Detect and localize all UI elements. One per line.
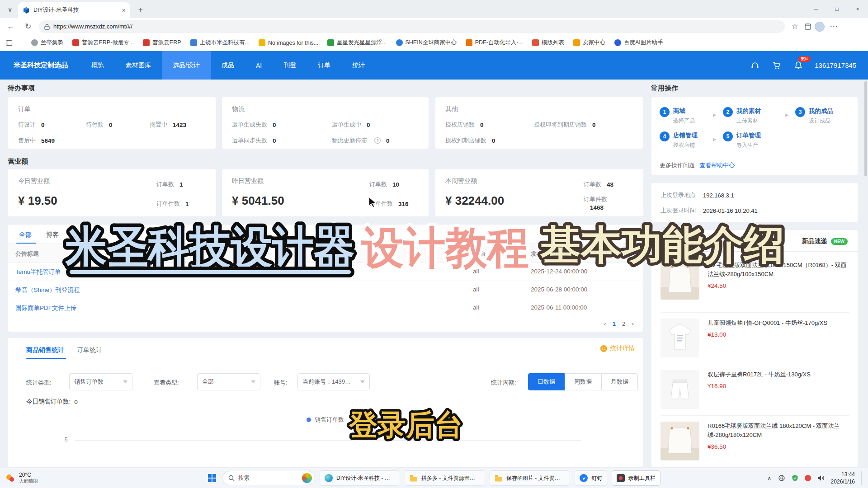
refresh-icon[interactable]: ↻ [22,20,34,33]
taskbar-app-explorer-pictures[interactable]: 保存的图片 - 文件资源管理器 [490,470,570,486]
tray-app-icon[interactable] [805,475,811,481]
help-icon[interactable]: ? [374,137,381,144]
stat[interactable]: 授权到期店铺数0 [445,136,495,145]
profile-avatar[interactable] [815,22,825,32]
tray-globe-icon[interactable] [778,474,785,482]
bookmark-item[interactable]: 百度AI图片助手 [614,39,663,47]
start-button[interactable] [208,474,216,482]
bookmark-item[interactable]: SHEIN全球商家中心 [396,39,457,47]
prev-page-icon[interactable]: ‹ [604,320,606,327]
product-item[interactable]: 儿童圆领短袖T恤-GFQ0001 - 牛奶丝-170g/XS ¥13.00 [660,319,848,357]
next-page-icon[interactable]: › [632,320,634,327]
stat[interactable]: 待设计0 [18,121,45,129]
announcement-link[interactable]: 国际面单PDF文件上传 [15,304,76,312]
sidebar-panel-icon[interactable] [5,39,13,47]
nav-item-material-library[interactable]: 素材图库 [115,51,162,80]
product-item[interactable]: 双层裤子里裤R0172L - 牛奶丝-130g/XS ¥16.90 [660,370,848,409]
taskbar-search[interactable]: 搜索 [222,471,315,485]
nav-item-ai[interactable]: AI [245,51,273,80]
page-1[interactable]: 1 [612,320,616,327]
announcement-link[interactable]: 希音（Shine）刊登流程 [15,286,80,294]
tab-blog[interactable]: 博客 [46,231,59,239]
stat[interactable]: 运单生成中0 [332,121,370,129]
app-brand[interactable]: 米圣科技定制选品 [14,61,68,70]
period-day[interactable]: 日数据 [528,373,565,390]
stat[interactable]: 待付款0 [86,121,113,129]
search-highlights-icon[interactable] [302,473,312,483]
collections-icon[interactable] [804,23,812,31]
tray-shield-icon[interactable] [792,474,798,482]
more-menu-icon[interactable]: ⋯ [827,20,840,33]
nav-item-orders[interactable]: 订单 [307,51,341,80]
taskbar-clock[interactable]: 13:44 2026/1/16 [831,471,855,485]
page-scrollbar[interactable] [864,81,867,468]
stat[interactable]: 运单同步失败0 [232,136,276,145]
taskbar-app-dingtalk[interactable]: 钉钉 [575,470,607,486]
account-phone[interactable]: 13617917345 [815,61,856,69]
taskbar-app-edge[interactable]: DIY设计-米圣科技 - 用户 [320,470,400,486]
volume-icon[interactable] [817,475,825,481]
taskbar-weather[interactable]: 20°C 大部晴朗 [5,472,72,484]
nav-item-publish[interactable]: 刊登 [273,51,307,80]
close-icon[interactable]: × [847,0,868,18]
stat[interactable]: 运单生成失败0 [232,121,276,129]
view-select[interactable]: 全部 [197,373,260,390]
account-select[interactable]: 当前账号：1439… [297,373,370,390]
product-item[interactable]: R0166毛毯竖版双面法兰绒 180x120CM - 双面法兰绒-280g/18… [660,422,848,460]
notifications-bell-icon[interactable]: 99+ [793,60,804,71]
browser-tab[interactable]: DIY设计-米圣科技 × [18,2,130,18]
bookmark-item[interactable]: 星星发光星星漂浮... [327,39,387,47]
bookmark-item[interactable]: 普源云ERP [143,39,181,47]
tab-product-sales[interactable]: 商品销售统计 [26,346,64,354]
tab-search-icon[interactable]: ∨ [4,4,16,15]
cart-icon[interactable] [771,60,782,71]
step-finished[interactable]: 3 我的成品设计成品 [795,107,833,125]
nav-item-design[interactable]: 选品/设计 [162,51,211,80]
bookmark-item[interactable]: No images for this... [259,39,318,46]
tray-expand-icon[interactable]: ∧ [767,475,772,482]
stat[interactable]: 授权店铺数0 [445,121,484,129]
tab-order-stats[interactable]: 订单统计 [77,346,102,354]
tab-new-arrivals[interactable]: 新品速递 NEW [802,237,848,245]
taskbar-app-explorer-pdd[interactable]: 拼多多 - 文件资源管理器 [405,470,485,486]
chart-legend[interactable]: 销售订单数 [307,416,344,424]
type-select[interactable]: 销售订单数 [69,373,132,390]
table-row[interactable]: 希音（Shine）刊登流程 all 2025-06-28 00:00:00 [8,281,644,299]
support-headset-icon[interactable] [750,60,760,71]
taskbar-app-recorder[interactable]: 录制工具栏 [612,470,660,486]
announcement-link[interactable]: Temu半托管订单 [15,268,61,276]
bookmark-item[interactable]: PDF-自动化导入-... [466,39,523,47]
step-mall[interactable]: 1 商城选择产品 [660,107,695,125]
tab-close-icon[interactable]: × [122,7,126,14]
stat[interactable]: 授权即将到期店铺数0 [534,121,596,129]
table-row[interactable]: Temu半托管订单 all 2025-12-24 00:00:00 [8,263,644,281]
tab-all[interactable]: 全部 [19,231,32,239]
back-icon[interactable]: ← [5,20,17,33]
nav-item-stats[interactable]: 统计 [341,51,376,80]
stats-details-link[interactable]: 统计详情 [600,344,635,352]
period-week[interactable]: 周数据 [565,373,601,390]
minimize-icon[interactable]: ─ [806,0,826,18]
bookmark-item[interactable]: 普源云ERP-做最专... [72,39,134,47]
show-desktop-divider[interactable] [861,471,862,485]
page-2[interactable]: 2 [622,320,626,327]
nav-item-finished[interactable]: 成品 [211,51,245,80]
help-center-link[interactable]: 查看帮助中心 [699,161,735,169]
nav-item-overview[interactable]: 概览 [80,51,115,80]
favorites-star-icon[interactable]: ☆ [788,20,801,33]
period-month[interactable]: 月数据 [601,373,638,390]
step-materials[interactable]: 2 我的素材上传素材 [723,107,761,125]
address-bar[interactable]: https://www.mszxdz.com/mt/#/ [39,20,785,33]
bookmark-item[interactable]: 模版列表 [532,39,564,47]
bookmark-item[interactable]: 卖家中心 [573,39,605,47]
bookmark-item[interactable]: 上饶市米圣科技有... [190,39,250,47]
step-shops[interactable]: 4 店铺管理授权店铺 [660,131,698,149]
stat[interactable]: 搁置中1423 [150,121,186,129]
stat[interactable]: 售后中5649 [18,136,55,145]
bookmark-item[interactable]: 兰亭集势 [31,39,63,47]
table-row[interactable]: 国际面单PDF文件上传 all 2025-06-11 00:00:00 [8,299,644,317]
maximize-icon[interactable]: □ [826,0,847,18]
scrollbar-thumb[interactable] [864,81,867,176]
new-tab-icon[interactable]: + [135,5,146,15]
step-orders[interactable]: 5 订单管理导入生产 [723,131,761,149]
